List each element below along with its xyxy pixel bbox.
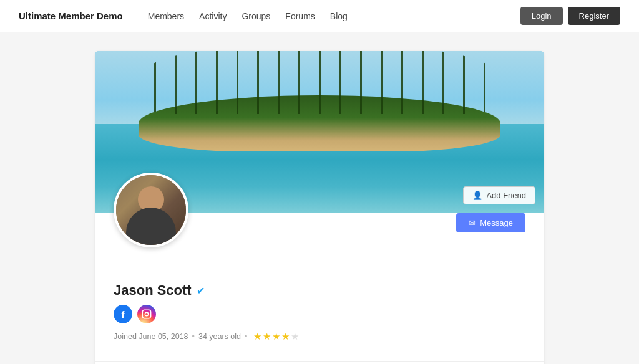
nav-blog[interactable]: Blog: [330, 11, 348, 21]
svg-rect-0: [142, 310, 150, 318]
verified-icon: ✔: [197, 285, 205, 297]
tab-posts[interactable]: ✏ Posts: [168, 362, 216, 364]
tab-photos[interactable]: 🖼 Photos: [342, 362, 396, 364]
nav-members[interactable]: Members: [148, 11, 184, 21]
svg-point-2: [149, 312, 149, 312]
avatar-image: [116, 175, 186, 245]
profile-name: Jason Scott: [114, 282, 192, 299]
instagram-icon[interactable]: [137, 305, 156, 323]
star-1: ★: [253, 331, 261, 342]
profile-age: 34 years old: [198, 332, 241, 341]
svg-point-1: [145, 312, 148, 315]
profile-meta: Joined June 05, 2018 • 34 years old • ★ …: [114, 331, 525, 342]
nav-forums[interactable]: Forums: [285, 11, 315, 21]
profile-rating: ★ ★ ★ ★ ★: [253, 331, 299, 342]
header-actions: Login Register: [520, 7, 620, 25]
profile-card: 👤 Add Friend ✉ Message Jason Scott ✔: [95, 51, 544, 364]
cover-trees: [145, 51, 494, 114]
join-date: Joined June 05, 2018: [114, 332, 188, 341]
person-icon: 👤: [472, 191, 482, 200]
register-button[interactable]: Register: [568, 7, 620, 25]
tab-activity[interactable]: 📝 Activity: [285, 362, 341, 364]
header: Ultimate Member Demo Members Activity Gr…: [0, 0, 639, 32]
profile-name-row: Jason Scott ✔: [114, 239, 525, 299]
site-title: Ultimate Member Demo: [19, 11, 123, 21]
nav-groups[interactable]: Groups: [241, 11, 270, 21]
tab-reviews[interactable]: ⭐ Reviews: [396, 362, 457, 364]
facebook-icon[interactable]: f: [114, 305, 132, 323]
profile-tabs: 👤 About ✏ Posts 💬 Comments 📝 Activity 🖼 …: [95, 361, 544, 364]
envelope-icon: ✉: [469, 218, 476, 228]
tab-bookmarks[interactable]: 🔖 Bookmarks: [457, 362, 528, 364]
star-4: ★: [281, 331, 290, 342]
avatar: [114, 173, 188, 247]
separator-1: •: [192, 332, 195, 341]
star-2: ★: [263, 331, 271, 342]
tab-friends[interactable]: 👥 Friends: [528, 362, 544, 364]
add-friend-label: Add Friend: [486, 191, 526, 200]
page-body: 👤 Add Friend ✉ Message Jason Scott ✔: [89, 51, 550, 364]
main-nav: Members Activity Groups Forums Blog: [148, 11, 520, 21]
profile-info-section: ✉ Message Jason Scott ✔ f: [95, 213, 544, 361]
separator-2: •: [245, 332, 247, 341]
message-button[interactable]: ✉ Message: [456, 213, 525, 232]
star-3: ★: [272, 331, 280, 342]
tab-comments[interactable]: 💬 Comments: [216, 362, 286, 364]
star-5-empty: ★: [291, 331, 299, 342]
login-button[interactable]: Login: [520, 7, 563, 25]
nav-activity[interactable]: Activity: [199, 11, 227, 21]
social-icons: f: [114, 305, 525, 323]
add-friend-button[interactable]: 👤 Add Friend: [463, 186, 535, 204]
message-label: Message: [480, 218, 513, 228]
